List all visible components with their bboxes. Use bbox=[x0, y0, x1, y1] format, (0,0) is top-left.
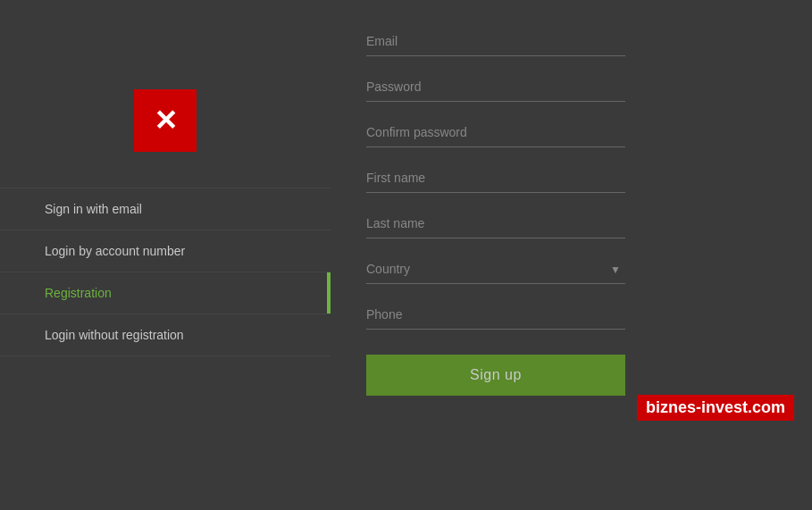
first-name-group bbox=[366, 163, 776, 193]
confirm-password-input[interactable] bbox=[366, 118, 625, 147]
email-input[interactable] bbox=[366, 27, 625, 56]
nav-login-account-label: Login by account number bbox=[45, 244, 185, 258]
email-group bbox=[366, 27, 776, 56]
nav-registration-label: Registration bbox=[45, 286, 112, 300]
logo-x-icon: ✕ bbox=[154, 106, 178, 135]
password-group bbox=[366, 72, 776, 102]
watermark-text: biznes-invest.com bbox=[646, 398, 785, 416]
phone-group bbox=[366, 300, 776, 330]
first-name-input[interactable] bbox=[366, 163, 625, 193]
right-panel: Country ▼ Sign up bbox=[331, 0, 812, 510]
signup-group: Sign up bbox=[366, 346, 776, 396]
last-name-input[interactable] bbox=[366, 209, 625, 238]
nav-sign-email-label: Sign in with email bbox=[45, 202, 142, 216]
watermark: biznes-invest.com bbox=[637, 395, 794, 421]
nav-login-no-reg-label: Login without registration bbox=[45, 328, 184, 342]
nav-menu: Sign in with email Login by account numb… bbox=[0, 188, 331, 356]
nav-item-login-no-reg[interactable]: Login without registration bbox=[0, 314, 331, 356]
logo-box: ✕ bbox=[134, 89, 197, 152]
last-name-group bbox=[366, 209, 776, 238]
confirm-password-group bbox=[366, 118, 776, 147]
nav-item-registration[interactable]: Registration bbox=[0, 272, 331, 314]
country-group: Country ▼ bbox=[366, 255, 776, 284]
main-container: ✕ Sign in with email Login by account nu… bbox=[0, 0, 812, 510]
nav-item-sign-email[interactable]: Sign in with email bbox=[0, 188, 331, 230]
signup-button[interactable]: Sign up bbox=[366, 355, 625, 396]
left-panel: ✕ Sign in with email Login by account nu… bbox=[0, 0, 331, 510]
page-wrapper: ✕ Sign in with email Login by account nu… bbox=[0, 0, 812, 510]
nav-item-login-account[interactable]: Login by account number bbox=[0, 230, 331, 272]
phone-input[interactable] bbox=[366, 300, 625, 330]
country-select-wrapper: Country ▼ bbox=[366, 255, 625, 284]
password-input[interactable] bbox=[366, 72, 625, 102]
country-select[interactable]: Country bbox=[366, 255, 625, 284]
